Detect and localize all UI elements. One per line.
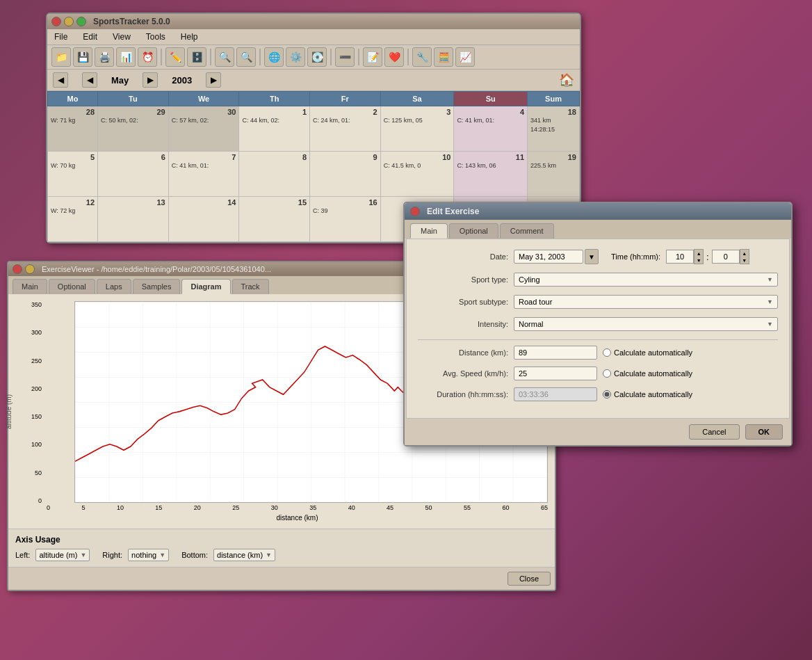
cal-day-11[interactable]: 11 C: 143 km, 06 — [454, 152, 528, 197]
duration-input[interactable] — [514, 387, 597, 401]
ev-tab-samples[interactable]: Samples — [133, 279, 181, 294]
avgspeed-input[interactable] — [514, 367, 597, 380]
cal-day-29[interactable]: 29 C: 50 km, 02: — [98, 106, 169, 152]
duration-calc-label: Calculate automatically — [603, 390, 692, 399]
close-btn[interactable] — [51, 17, 61, 26]
cal-day-9[interactable]: 9 — [310, 152, 381, 197]
cal-day-8[interactable]: 8 — [239, 152, 310, 197]
ev-min-btn[interactable] — [25, 264, 35, 274]
toolbar-minus[interactable]: ➖ — [335, 47, 355, 67]
toolbar-chart[interactable]: 📈 — [455, 47, 475, 67]
cal-header-sa: Sa — [380, 92, 454, 106]
toolbar-edit[interactable]: ✏️ — [165, 47, 185, 67]
ee-tab-optional[interactable]: Optional — [449, 223, 498, 239]
toolbar-zoom-in[interactable]: 🔍 — [215, 47, 234, 67]
sport-type-select[interactable]: Cyling ▼ — [514, 273, 778, 287]
menu-tools[interactable]: Tools — [142, 31, 170, 43]
toolbar-separator-3 — [259, 49, 261, 65]
avgspeed-calc-radio[interactable] — [603, 369, 611, 378]
ev-close-button[interactable]: Close — [508, 572, 551, 586]
left-axis-select[interactable]: altitude (m) ▼ — [35, 549, 90, 561]
cal-day-15[interactable]: 15 — [239, 197, 310, 242]
ev-tab-track[interactable]: Track — [232, 279, 269, 294]
sport-subtype-select[interactable]: Road tour ▼ — [514, 295, 778, 309]
distance-input[interactable] — [514, 346, 597, 360]
ev-tab-laps[interactable]: Laps — [97, 279, 131, 294]
ee-footer: Cancel OK — [405, 419, 791, 445]
toolbar-db[interactable]: 🗄️ — [187, 47, 206, 67]
left-axis-label: Left: — [15, 551, 30, 559]
cal-day-2[interactable]: 2 C: 24 km, 01: — [310, 106, 381, 152]
toolbar-open[interactable]: 📁 — [51, 47, 71, 67]
cancel-button[interactable]: Cancel — [689, 424, 739, 440]
cal-day-5[interactable]: 5 W: 70 kg — [48, 152, 98, 197]
toolbar-config[interactable]: ⚙️ — [286, 47, 305, 67]
cal-day-12[interactable]: 12 W: 72 kg — [48, 197, 98, 242]
cal-day-16[interactable]: 16 C: 39 — [310, 197, 381, 242]
cal-day-14[interactable]: 14 — [168, 197, 239, 242]
toolbar-heart[interactable]: ❤️ — [384, 47, 404, 67]
ee-tab-comment[interactable]: Comment — [500, 223, 554, 239]
nav-next-year[interactable]: ▶ — [206, 72, 221, 88]
hour-down-arrow[interactable]: ▼ — [695, 257, 703, 264]
menu-edit[interactable]: Edit — [79, 31, 102, 43]
distance-row: Distance (km): Calculate automatically — [418, 346, 778, 360]
cal-day-4[interactable]: 4 C: 41 km, 01: — [454, 106, 528, 152]
intensity-row: Intensity: Normal ▼ — [418, 317, 778, 331]
axis-row: Left: altitude (m) ▼ Right: nothing ▼ Bo… — [15, 549, 548, 561]
toolbar-globe[interactable]: 🌐 — [264, 47, 284, 67]
ok-button[interactable]: OK — [745, 424, 783, 440]
date-picker-btn[interactable]: ▼ — [585, 249, 599, 264]
toolbar-separator-6 — [407, 49, 409, 65]
ee-close-btn[interactable] — [410, 207, 420, 216]
date-input[interactable] — [514, 250, 583, 264]
distance-calc-radio[interactable] — [603, 348, 611, 357]
toolbar-zoom-out[interactable]: 🔍 — [236, 47, 256, 67]
hour-up-arrow[interactable]: ▲ — [695, 250, 703, 257]
nav-prev-month[interactable]: ◀ — [82, 72, 97, 88]
nav-next-month[interactable]: ▶ — [143, 72, 158, 88]
menu-file[interactable]: File — [50, 31, 72, 43]
min-input[interactable] — [712, 250, 740, 264]
toolbar-print[interactable]: 🖨️ — [95, 47, 114, 67]
avgspeed-calc-label: Calculate automatically — [603, 369, 692, 378]
toolbar-import[interactable]: 📊 — [116, 47, 136, 67]
duration-calc-radio[interactable] — [603, 390, 611, 399]
ev-tab-optional[interactable]: Optional — [49, 279, 95, 294]
cal-header-sum: Sum — [528, 92, 580, 106]
cal-day-28[interactable]: 28 W: 71 kg — [48, 106, 98, 152]
ev-title: ExerciseViewer - /home/eddie/training/Po… — [42, 265, 271, 273]
cal-day-7[interactable]: 7 C: 41 km, 01: — [168, 152, 239, 197]
min-up-arrow[interactable]: ▲ — [740, 250, 749, 257]
toolbar-note[interactable]: 📝 — [363, 47, 382, 67]
bottom-axis-select[interactable]: distance (km) ▼ — [213, 549, 275, 561]
menu-view[interactable]: View — [108, 31, 135, 43]
cal-day-3[interactable]: 3 C: 125 km, 05 — [380, 106, 454, 152]
menu-help[interactable]: Help — [177, 31, 202, 43]
intensity-select[interactable]: Normal ▼ — [514, 317, 778, 331]
right-axis-select[interactable]: nothing ▼ — [128, 549, 169, 561]
toolbar-wrench[interactable]: 🔧 — [412, 47, 432, 67]
toolbar-separator-1 — [161, 49, 162, 65]
minimize-btn[interactable] — [64, 17, 74, 26]
ev-close-btn[interactable] — [13, 264, 22, 274]
cal-day-10[interactable]: 10 C: 41.5 km, 0 — [380, 152, 454, 197]
hour-input[interactable] — [666, 250, 694, 264]
cal-day-30[interactable]: 30 C: 57 km, 02: — [168, 106, 239, 152]
toolbar-calc[interactable]: 🧮 — [434, 47, 453, 67]
ev-tab-diagram[interactable]: Diagram — [181, 279, 230, 294]
cal-day-1[interactable]: 1 C: 44 km, 02: — [239, 106, 310, 152]
ee-tab-main[interactable]: Main — [410, 223, 448, 239]
maximize-btn[interactable] — [76, 17, 86, 26]
bottom-axis-label: Bottom: — [181, 551, 208, 559]
cal-day-6[interactable]: 6 — [98, 152, 169, 197]
toolbar-save[interactable]: 💾 — [73, 47, 92, 67]
ev-tab-main[interactable]: Main — [13, 279, 47, 294]
toolbar-clock[interactable]: ⏰ — [138, 47, 157, 67]
min-down-arrow[interactable]: ▼ — [740, 257, 749, 264]
sport-subtype-arrow: ▼ — [767, 298, 773, 305]
cal-day-13[interactable]: 13 — [98, 197, 169, 242]
toolbar-disk[interactable]: 💽 — [307, 47, 327, 67]
nav-prev-year[interactable]: ◀ — [53, 72, 68, 88]
home-icon[interactable]: 🏠 — [559, 72, 574, 88]
